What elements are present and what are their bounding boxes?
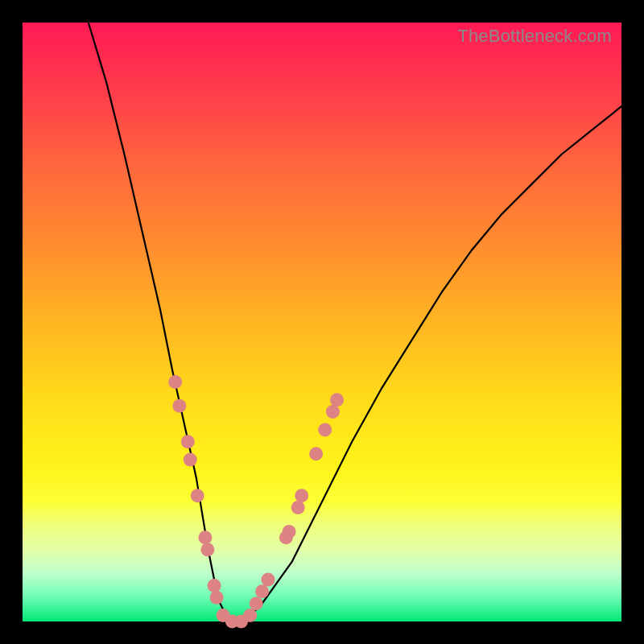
data-marker [262, 572, 275, 586]
data-marker [210, 591, 224, 605]
data-marker [330, 393, 344, 407]
data-marker [198, 530, 212, 544]
data-marker [283, 525, 296, 539]
data-marker [172, 399, 186, 413]
bottleneck-curve [89, 23, 621, 621]
data-marker [255, 584, 269, 598]
data-marker [250, 597, 263, 610]
data-marker [181, 435, 195, 448]
data-marker [243, 609, 257, 622]
data-marker [318, 423, 332, 436]
data-marker [326, 405, 340, 419]
data-marker [191, 489, 204, 502]
plot-area: TheBottleneck.com [23, 23, 621, 621]
data-marker [309, 447, 323, 460]
chart-frame: TheBottleneck.com [0, 0, 644, 644]
data-marker [291, 501, 305, 514]
data-marker [184, 453, 197, 467]
chart-svg [23, 23, 621, 621]
data-marker [295, 489, 308, 502]
data-marker [200, 543, 214, 556]
marker-group [168, 375, 344, 629]
data-marker [208, 579, 221, 592]
data-marker [168, 375, 182, 389]
